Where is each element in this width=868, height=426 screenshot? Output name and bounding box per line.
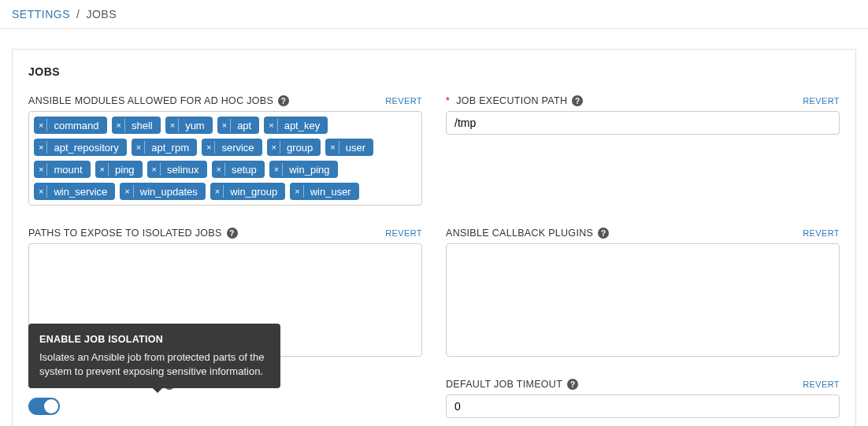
module-tag[interactable]: ×apt_repository xyxy=(34,139,127,156)
tag-label: apt_key xyxy=(284,120,321,132)
module-tag[interactable]: ×mount xyxy=(34,161,91,178)
tag-remove-icon[interactable]: × xyxy=(274,163,283,176)
tag-label: group xyxy=(287,142,313,154)
label-text: ANSIBLE MODULES ALLOWED FOR AD HOC JOBS xyxy=(28,95,273,106)
module-tag[interactable]: ×selinux xyxy=(147,161,207,178)
form-grid: ANSIBLE MODULES ALLOWED FOR AD HOC JOBS … xyxy=(28,95,840,418)
label-row: DEFAULT JOB TIMEOUT ? REVERT xyxy=(446,379,840,390)
callback-plugins-input[interactable] xyxy=(446,243,840,357)
required-marker: * xyxy=(446,95,450,106)
tag-remove-icon[interactable]: × xyxy=(152,163,161,176)
module-tag[interactable]: ×apt_key xyxy=(264,117,328,134)
tag-remove-icon[interactable]: × xyxy=(295,185,303,198)
help-icon[interactable]: ? xyxy=(278,95,289,106)
tag-remove-icon[interactable]: × xyxy=(136,141,145,154)
tag-remove-icon[interactable]: × xyxy=(39,163,47,176)
tag-remove-icon[interactable]: × xyxy=(206,141,215,154)
label-job-execution-path: * JOB EXECUTION PATH ? xyxy=(446,95,583,106)
help-icon[interactable]: ? xyxy=(572,95,583,106)
module-tag[interactable]: ×apt_rpm xyxy=(132,139,197,156)
jobs-panel: JOBS ANSIBLE MODULES ALLOWED FOR AD HOC … xyxy=(12,49,856,426)
label-text: ANSIBLE CALLBACK PLUGINS xyxy=(446,228,593,239)
tag-remove-icon[interactable]: × xyxy=(39,119,47,132)
module-tag[interactable]: ×win_group xyxy=(210,183,285,200)
tag-label: win_service xyxy=(54,186,107,198)
tag-label: command xyxy=(54,120,98,132)
tag-label: apt xyxy=(237,120,251,132)
help-icon[interactable]: ? xyxy=(227,228,238,239)
tag-label: win_ping xyxy=(289,164,329,176)
label-row: PATHS TO EXPOSE TO ISOLATED JOBS ? REVER… xyxy=(28,228,422,239)
tag-label: win_updates xyxy=(140,186,198,198)
tag-label: yum xyxy=(185,120,205,132)
revert-button[interactable]: REVERT xyxy=(803,228,840,238)
revert-button[interactable]: REVERT xyxy=(385,228,422,238)
enable-isolation-toggle[interactable] xyxy=(28,398,60,415)
field-default-timeout: DEFAULT JOB TIMEOUT ? REVERT xyxy=(446,379,840,418)
module-tag[interactable]: ×group xyxy=(267,139,321,156)
tag-label: win_group xyxy=(230,186,277,198)
help-icon[interactable]: ? xyxy=(567,379,578,390)
field-callback-plugins: ANSIBLE CALLBACK PLUGINS ? REVERT xyxy=(446,228,840,357)
tag-remove-icon[interactable]: × xyxy=(39,141,47,154)
breadcrumb-sep: / xyxy=(76,8,80,20)
tag-label: selinux xyxy=(167,164,198,176)
module-tag[interactable]: ×command xyxy=(34,117,107,134)
toggle-knob xyxy=(44,399,58,413)
revert-button[interactable]: REVERT xyxy=(803,96,840,106)
tag-remove-icon[interactable]: × xyxy=(217,163,225,176)
module-tag[interactable]: ×shell xyxy=(112,117,161,134)
tag-label: mount xyxy=(54,164,82,176)
tag-remove-icon[interactable]: × xyxy=(170,119,179,132)
label-text: JOB EXECUTION PATH xyxy=(456,95,567,106)
label-text: PATHS TO EXPOSE TO ISOLATED JOBS xyxy=(28,228,222,239)
field-job-execution-path: * JOB EXECUTION PATH ? REVERT xyxy=(446,95,840,206)
tag-label: setup xyxy=(232,164,257,176)
label-paths-expose: PATHS TO EXPOSE TO ISOLATED JOBS ? xyxy=(28,228,238,239)
tag-label: ping xyxy=(115,164,135,176)
tag-remove-icon[interactable]: × xyxy=(117,119,125,132)
module-tag[interactable]: ×win_ping xyxy=(269,161,338,178)
module-tag[interactable]: ×win_service xyxy=(34,183,115,200)
tag-remove-icon[interactable]: × xyxy=(272,141,280,154)
module-tag[interactable]: ×yum xyxy=(165,117,213,134)
modules-tag-input[interactable]: ×command×shell×yum×apt×apt_key×apt_repos… xyxy=(28,111,422,206)
breadcrumb-current: JOBS xyxy=(86,8,117,20)
tag-remove-icon[interactable]: × xyxy=(39,185,47,198)
revert-button[interactable]: REVERT xyxy=(803,380,840,389)
module-tag[interactable]: ×ping xyxy=(95,161,143,178)
field-enable-isolation: ENABLE JOB ISOLATION Isolates an Ansible… xyxy=(28,379,422,418)
default-timeout-input[interactable] xyxy=(446,395,840,418)
revert-button[interactable]: REVERT xyxy=(385,96,422,106)
tag-remove-icon[interactable]: × xyxy=(124,185,133,198)
help-icon[interactable]: ? xyxy=(598,228,609,239)
tag-label: apt_rpm xyxy=(151,142,189,154)
module-tag[interactable]: ×apt xyxy=(217,117,260,134)
tag-label: service xyxy=(221,142,254,154)
tag-remove-icon[interactable]: × xyxy=(215,185,224,198)
tag-remove-icon[interactable]: × xyxy=(100,163,109,176)
tag-remove-icon[interactable]: × xyxy=(330,141,339,154)
tag-label: shell xyxy=(132,120,153,132)
module-tag[interactable]: ×win_updates xyxy=(120,183,205,200)
label-callback-plugins: ANSIBLE CALLBACK PLUGINS ? xyxy=(446,228,609,239)
label-row: ANSIBLE MODULES ALLOWED FOR AD HOC JOBS … xyxy=(28,95,422,106)
label-ad-hoc-modules: ANSIBLE MODULES ALLOWED FOR AD HOC JOBS … xyxy=(28,95,289,106)
label-text: DEFAULT JOB TIMEOUT xyxy=(446,379,562,390)
tooltip-title: ENABLE JOB ISOLATION xyxy=(39,333,269,347)
breadcrumb: SETTINGS / JOBS xyxy=(0,0,868,29)
module-tag[interactable]: ×setup xyxy=(212,161,265,178)
tag-remove-icon[interactable]: × xyxy=(269,119,277,132)
tooltip-body: Isolates an Ansible job from protected p… xyxy=(39,350,269,379)
tag-label: win_user xyxy=(310,186,351,198)
job-execution-path-input[interactable] xyxy=(446,111,840,135)
module-tag[interactable]: ×user xyxy=(325,139,373,156)
module-tag[interactable]: ×win_user xyxy=(290,183,358,200)
field-ad-hoc-modules: ANSIBLE MODULES ALLOWED FOR AD HOC JOBS … xyxy=(28,95,422,206)
label-default-timeout: DEFAULT JOB TIMEOUT ? xyxy=(446,379,578,390)
module-tag[interactable]: ×service xyxy=(202,139,262,156)
tag-remove-icon[interactable]: × xyxy=(222,119,231,132)
breadcrumb-parent-link[interactable]: SETTINGS xyxy=(12,8,70,20)
label-row: ANSIBLE CALLBACK PLUGINS ? REVERT xyxy=(446,228,840,239)
tooltip-enable-isolation: ENABLE JOB ISOLATION Isolates an Ansible… xyxy=(28,324,280,388)
